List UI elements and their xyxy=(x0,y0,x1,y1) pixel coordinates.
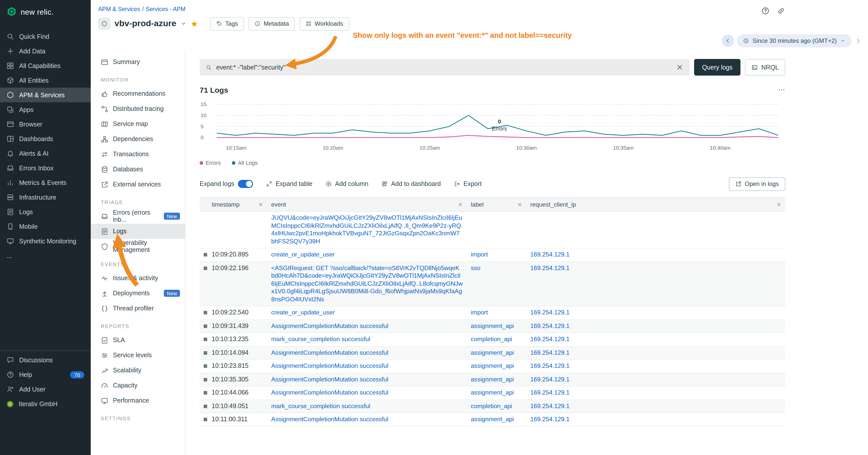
nav-item-organization[interactable]: Iterativ GmbH xyxy=(0,396,91,411)
row-select-toggle[interactable] xyxy=(204,311,207,315)
log-label-link[interactable]: completion_api xyxy=(471,335,512,343)
log-label-link[interactable]: import xyxy=(471,251,488,258)
log-event-link[interactable]: mark_course_completion successful xyxy=(271,402,370,410)
favorite-star-icon[interactable] xyxy=(190,20,198,28)
log-label-link[interactable]: completion_api xyxy=(471,402,512,410)
row-select-toggle[interactable] xyxy=(204,351,207,355)
nav-item-all-capabilities[interactable]: All Capabilities xyxy=(0,59,91,73)
subnav-item-performance[interactable]: Performance xyxy=(91,393,185,408)
expand-logs-toggle[interactable] xyxy=(238,180,253,188)
remove-column-icon[interactable] xyxy=(776,202,781,207)
subnav-item-databases[interactable]: Databases xyxy=(91,162,185,177)
log-label-link[interactable]: assignment_api xyxy=(471,349,514,356)
nav-item-logs[interactable]: Logs xyxy=(0,204,91,219)
subnav-item-external-services[interactable]: External services xyxy=(91,177,185,192)
column-header-timestamp[interactable]: timestamp xyxy=(208,197,267,212)
log-event-link[interactable]: JUQVU&code=eyJraWQiOiJjcGItY29yZV8wOTl1M… xyxy=(271,214,463,245)
log-event-link[interactable]: <ASGIRequest: GET '/sso/callback/?state=… xyxy=(271,264,463,302)
subnav-item-errors-inbox[interactable]: Errors (errors inb...New xyxy=(91,208,185,224)
remove-column-icon[interactable] xyxy=(517,202,522,207)
nav-item-mobile[interactable]: Mobile xyxy=(0,219,91,234)
table-row[interactable]: 10:10:13.235 mark_course_completion succ… xyxy=(199,333,785,346)
time-back-button[interactable] xyxy=(722,35,734,47)
table-row[interactable]: 10:09:20.895 create_or_update_user impor… xyxy=(199,248,785,261)
nav-item-add-data[interactable]: Add Data xyxy=(0,44,91,59)
log-event-link[interactable]: create_or_update_user xyxy=(271,309,335,316)
table-row[interactable]: 10:10:44.066 AssignmentCompletionMutatio… xyxy=(199,386,785,399)
log-label-link[interactable]: sso xyxy=(471,264,480,271)
log-label-link[interactable]: assignment_api xyxy=(471,389,514,396)
nav-item-add-user[interactable]: Add User xyxy=(0,382,91,396)
nav-item-more[interactable]: ... xyxy=(0,249,91,263)
time-forward-button[interactable] xyxy=(855,37,862,44)
workloads-button[interactable]: Workloads xyxy=(300,17,349,31)
clear-search-icon[interactable] xyxy=(676,64,683,71)
column-header-event[interactable]: event xyxy=(267,197,467,212)
help-icon[interactable] xyxy=(761,6,770,15)
subnav-item-distributed-tracing[interactable]: Distributed tracing xyxy=(91,101,185,117)
row-select-toggle[interactable] xyxy=(204,253,207,257)
log-ip-link[interactable]: 169.254.129.1 xyxy=(530,264,569,271)
subnav-item-scalability[interactable]: Scalability xyxy=(91,363,185,378)
subnav-item-logs[interactable]: Logs xyxy=(91,224,185,239)
subnav-item-deployments[interactable]: DeploymentsNew xyxy=(91,286,185,301)
add-column-button[interactable]: Add column xyxy=(326,181,369,188)
subnav-item-dependencies[interactable]: Dependencies xyxy=(91,131,185,147)
breadcrumb-services-apm[interactable]: Services - APM xyxy=(146,6,186,12)
row-select-toggle[interactable] xyxy=(204,324,207,328)
table-row[interactable]: 10:09:22.540 create_or_update_user impor… xyxy=(199,306,785,320)
subnav-item-service-map[interactable]: Service map xyxy=(91,117,185,131)
log-event-link[interactable]: AssignmentCompletionMutation successful xyxy=(271,376,389,383)
row-select-toggle[interactable] xyxy=(204,404,207,408)
row-select-toggle[interactable] xyxy=(204,378,207,381)
log-label-link[interactable]: assignment_api xyxy=(471,322,514,329)
query-logs-button[interactable]: Query logs xyxy=(694,59,741,75)
legend-all-logs[interactable]: All Logs xyxy=(232,160,257,166)
table-row[interactable]: 10:10:49.051 mark_course_completion succ… xyxy=(199,399,785,413)
nav-item-infrastructure[interactable]: Infrastructure xyxy=(0,190,91,204)
nav-item-quick-find[interactable]: Quick Find xyxy=(0,29,91,44)
log-ip-link[interactable]: 169.254.129.1 xyxy=(530,349,569,356)
nav-item-discussions[interactable]: Discussions xyxy=(0,353,91,367)
subnav-item-recommendations[interactable]: Recommendations xyxy=(91,86,185,101)
subnav-item-thread-profiler[interactable]: Thread profiler xyxy=(91,301,185,316)
log-ip-link[interactable]: 169.254.129.1 xyxy=(530,335,569,343)
log-ip-link[interactable]: 169.254.129.1 xyxy=(530,376,569,383)
log-search-box[interactable] xyxy=(199,59,689,75)
remove-column-icon[interactable] xyxy=(258,202,263,207)
log-ip-link[interactable]: 169.254.129.1 xyxy=(530,322,569,329)
log-ip-link[interactable]: 169.254.129.1 xyxy=(530,389,569,396)
table-row[interactable]: 10:10:35.305 AssignmentCompletionMutatio… xyxy=(199,373,785,386)
log-event-link[interactable]: AssignmentCompletionMutation successful xyxy=(271,416,389,423)
nav-item-alerts-ai[interactable]: Alerts & AI xyxy=(0,146,91,161)
add-to-dashboard-button[interactable]: Add to dashboard xyxy=(381,181,441,188)
log-event-link[interactable]: create_or_update_user xyxy=(271,251,335,258)
tags-button[interactable]: Tags xyxy=(210,17,244,31)
remove-column-icon[interactable] xyxy=(458,202,463,207)
nrql-button[interactable]: NRQL xyxy=(745,59,785,75)
nav-item-apps[interactable]: Apps xyxy=(0,102,91,117)
log-ip-link[interactable]: 169.254.129.1 xyxy=(530,251,569,258)
log-ip-link[interactable]: 169.254.129.1 xyxy=(530,362,569,369)
brand-header[interactable]: new relic. xyxy=(0,0,91,23)
table-row[interactable]: 10:10:23.815 AssignmentCompletionMutatio… xyxy=(199,359,785,373)
log-event-link[interactable]: AssignmentCompletionMutation successful xyxy=(271,389,389,396)
subnav-item-issues-activity[interactable]: Issues & activity xyxy=(91,270,185,286)
nav-item-errors-inbox[interactable]: Errors Inbox xyxy=(0,161,91,175)
more-menu-icon[interactable] xyxy=(778,86,785,94)
row-select-toggle[interactable] xyxy=(204,266,207,270)
entity-switcher-caret-icon[interactable] xyxy=(181,21,186,27)
open-in-logs-button[interactable]: Open in logs xyxy=(728,177,785,191)
nav-item-dashboards[interactable]: Dashboards xyxy=(0,131,91,146)
breadcrumb-apm-services[interactable]: APM & Services xyxy=(98,6,140,12)
subnav-item-capacity[interactable]: Capacity xyxy=(91,378,185,393)
subnav-item-service-levels[interactable]: Service levels xyxy=(91,348,185,363)
legend-errors[interactable]: Errors xyxy=(199,160,221,166)
row-select-toggle[interactable] xyxy=(204,418,207,421)
subnav-item-summary[interactable]: Summary xyxy=(91,55,185,69)
metadata-button[interactable]: Metadata xyxy=(248,17,295,31)
log-label-link[interactable]: assignment_api xyxy=(471,416,514,423)
log-event-link[interactable]: AssignmentCompletionMutation successful xyxy=(271,322,389,329)
row-select-toggle[interactable] xyxy=(204,391,207,394)
column-header-label[interactable]: label xyxy=(467,197,526,212)
